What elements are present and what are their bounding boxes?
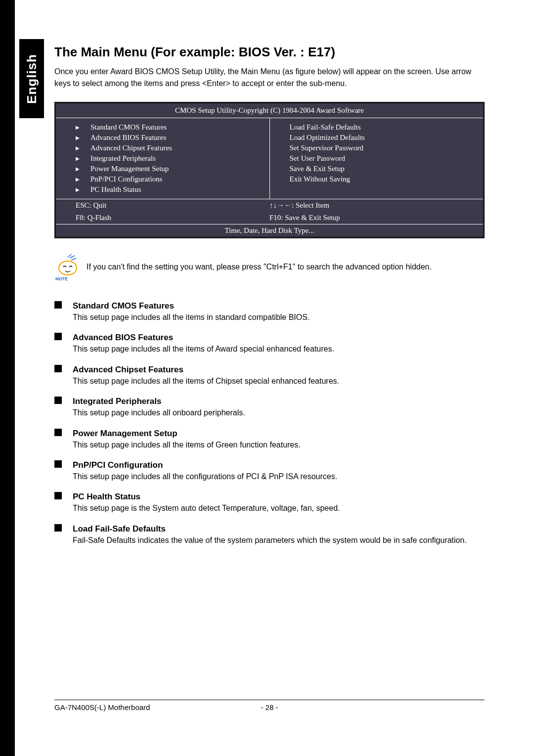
footer-product-name: GA-7N400S(-L) Motherboard [54, 703, 261, 712]
bios-menu-label: Set User Password [290, 154, 346, 163]
square-bullet-icon [54, 397, 62, 404]
square-bullet-icon [54, 301, 62, 309]
square-bullet-icon [54, 333, 62, 340]
page-content: The Main Menu (For example: BIOS Ver. : … [54, 44, 485, 555]
section-list: Standard CMOS Features This setup page i… [54, 300, 485, 546]
bios-menu-label: Integrated Peripherals [90, 154, 156, 163]
section-desc: This setup page includes all onboard per… [73, 407, 485, 418]
bios-menu-label: Standard CMOS Features [90, 123, 167, 132]
language-label: English [24, 54, 40, 104]
bios-menu-item: ▶PC Health Status [76, 184, 250, 195]
section-header: Advanced BIOS Features [54, 332, 485, 343]
section-title: Integrated Peripherals [73, 397, 162, 406]
section-title: Standard CMOS Features [73, 301, 174, 311]
bios-menu-right-column: Load Fail-Safe Defaults Load Optimized D… [270, 118, 484, 199]
section-item: Load Fail-Safe Defaults Fail-Safe Defaul… [54, 523, 485, 546]
section-desc: This setup page includes all the items o… [73, 344, 485, 355]
section-title: Power Management Setup [73, 429, 178, 439]
section-desc: This setup page includes all the items i… [73, 312, 485, 323]
section-item: Power Management Setup This setup page i… [54, 428, 485, 450]
bios-helpline: Time, Date, Hard Disk Type... [56, 224, 483, 237]
square-bullet-icon [54, 492, 62, 499]
section-desc: This setup page includes all the items o… [73, 440, 485, 450]
section-header: PC Health Status [54, 491, 485, 502]
arrow-icon: ▶ [76, 166, 80, 172]
section-title: Load Fail-Safe Defaults [73, 524, 166, 534]
square-bullet-icon [54, 365, 62, 372]
bios-menu-label: PnP/PCI Configurations [90, 175, 162, 183]
section-desc: Fail-Safe Defaults indicates the value o… [73, 535, 485, 546]
bios-menu-item: Set User Password [290, 153, 464, 164]
bios-menu-item: ▶Advanced BIOS Features [76, 133, 250, 143]
section-item: Integrated Peripherals This setup page i… [54, 396, 485, 418]
arrow-icon: ▶ [76, 177, 80, 182]
note-block: NOTE If you can't find the setting you w… [54, 253, 485, 280]
section-header: PnP/PCI Configuration [54, 459, 485, 470]
note-text: If you can't find the setting you want, … [87, 263, 432, 271]
bios-title: CMOS Setup Utility-Copyright (C) 1984-20… [56, 103, 483, 118]
bios-menu-item: ▶Advanced Chipset Features [76, 143, 250, 153]
arrow-icon: ▶ [76, 156, 80, 161]
bios-menu: ▶Standard CMOS Features ▶Advanced BIOS F… [56, 118, 483, 199]
bios-menu-item: Load Optimized Defaults [290, 133, 464, 143]
section-title: PC Health Status [73, 492, 140, 502]
section-desc: This setup page includes all the items o… [73, 376, 485, 387]
section-header: Load Fail-Safe Defaults [54, 523, 485, 534]
intro-line-1: Once you enter Award BIOS CMOS Setup Uti… [54, 67, 433, 76]
arrow-icon: ▶ [76, 145, 80, 151]
footer-spacer [278, 703, 485, 712]
arrow-icon: ▶ [76, 135, 80, 140]
section-title: PnP/PCI Configuration [73, 460, 163, 470]
bios-menu-label: PC Health Status [90, 185, 141, 194]
bios-menu-item: ▶PnP/PCI Configurations [76, 174, 250, 184]
bios-menu-label: Advanced Chipset Features [90, 144, 172, 152]
bios-menu-label: Save & Exit Setup [290, 165, 345, 173]
bios-menu-label: Advanced BIOS Features [90, 133, 166, 142]
bios-menu-label: Load Optimized Defaults [290, 133, 365, 142]
section-header: Advanced Chipset Features [54, 364, 485, 375]
section-header: Power Management Setup [54, 428, 485, 439]
language-tab: English [19, 39, 44, 118]
bios-f10-hint: F10: Save & Exit Setup [269, 214, 463, 222]
bios-footer-row-2: F8: Q-Flash F10: Save & Exit Setup [56, 212, 483, 224]
square-bullet-icon [54, 460, 62, 468]
square-bullet-icon [54, 429, 62, 436]
arrow-icon: ▶ [76, 125, 80, 130]
bios-menu-item: ▶Standard CMOS Features [76, 122, 250, 133]
bios-select-hint: ↑↓→←: Select Item [269, 201, 463, 210]
bios-esc-hint: ESC: Quit [76, 201, 269, 210]
square-bullet-icon [54, 524, 62, 532]
arrow-icon: ▶ [76, 187, 80, 192]
section-item: Standard CMOS Features This setup page i… [54, 300, 485, 323]
section-item: PC Health Status This setup page is the … [54, 491, 485, 514]
bios-menu-label: Load Fail-Safe Defaults [290, 123, 361, 132]
section-desc: This setup page is the System auto detec… [73, 503, 485, 514]
bios-menu-item: Load Fail-Safe Defaults [290, 122, 464, 133]
section-title: Advanced BIOS Features [73, 333, 173, 343]
section-title: Advanced Chipset Features [73, 365, 183, 375]
page-heading: The Main Menu (For example: BIOS Ver. : … [54, 44, 485, 60]
note-label: NOTE [55, 276, 68, 281]
section-desc: This setup page includes all the configu… [73, 471, 485, 482]
bios-footer-row-1: ESC: Quit ↑↓→←: Select Item [56, 199, 483, 212]
svg-point-0 [59, 261, 77, 275]
section-header: Integrated Peripherals [54, 396, 485, 406]
page-footer: GA-7N400S(-L) Motherboard - 28 - [54, 700, 485, 712]
bios-menu-label: Set Supervisor Password [290, 144, 363, 152]
footer-page-number: - 28 - [261, 703, 278, 712]
bios-menu-label: Power Management Setup [90, 165, 169, 173]
note-icon: NOTE [54, 253, 82, 280]
bios-f8-hint: F8: Q-Flash [76, 214, 269, 222]
bios-menu-item: ▶Integrated Peripherals [76, 153, 250, 164]
page-edge-strip [0, 0, 15, 756]
section-item: PnP/PCI Configuration This setup page in… [54, 459, 485, 482]
section-item: Advanced BIOS Features This setup page i… [54, 332, 485, 355]
section-item: Advanced Chipset Features This setup pag… [54, 364, 485, 387]
bios-menu-item: Set Supervisor Password [290, 143, 464, 153]
bios-menu-label: Exit Without Saving [290, 175, 350, 183]
bios-menu-left-column: ▶Standard CMOS Features ▶Advanced BIOS F… [56, 118, 270, 199]
section-header: Standard CMOS Features [54, 300, 485, 311]
bios-menu-item: Save & Exit Setup [290, 164, 464, 174]
bios-menu-item: Exit Without Saving [290, 174, 464, 184]
intro-paragraph: Once you enter Award BIOS CMOS Setup Uti… [54, 66, 485, 89]
